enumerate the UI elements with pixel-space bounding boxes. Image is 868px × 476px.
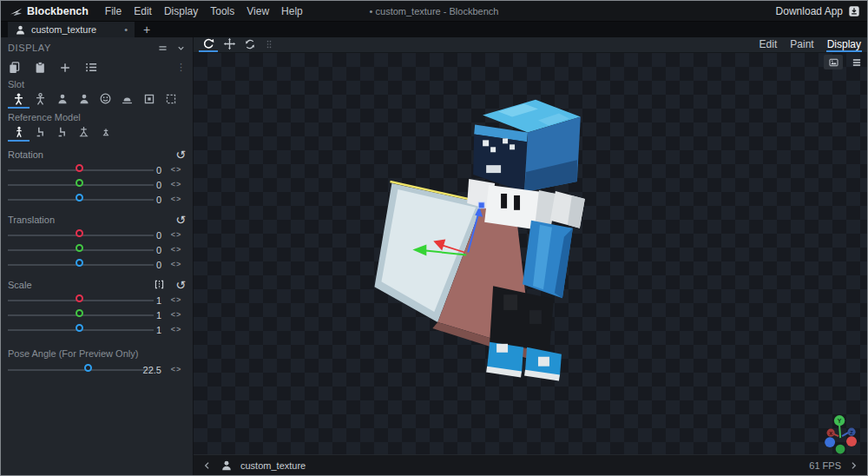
toolbar-grip-icon[interactable]	[261, 37, 277, 52]
numeric-toggle-icon[interactable]: <>	[168, 325, 185, 334]
status-bar: custom_texture 61 FPS	[194, 454, 867, 475]
tab-paint-mode[interactable]: Paint	[789, 37, 814, 52]
fps-counter: 61 FPS	[809, 460, 841, 471]
numeric-toggle-icon[interactable]: <>	[168, 195, 185, 203]
chevron-left-icon[interactable]	[202, 460, 213, 471]
scale-z-slider[interactable]: 1 <>	[8, 322, 186, 337]
tab-display-mode[interactable]: Display	[826, 37, 862, 52]
rotation-z-slider[interactable]: 0 <>	[8, 192, 186, 207]
scale-z-value: 1	[130, 325, 161, 335]
unsaved-indicator: •	[124, 24, 128, 35]
mode-tabs: Edit Paint Display	[759, 37, 862, 52]
reference-seated-model[interactable]	[30, 123, 51, 142]
translation-z-slider[interactable]: 0 <>	[8, 257, 186, 272]
numeric-toggle-icon[interactable]: <>	[168, 260, 185, 268]
move-tool-button[interactable]	[220, 37, 239, 52]
rotate-tool-button[interactable]	[199, 37, 218, 52]
panel-menu-dots-icon[interactable]: ⋮	[176, 62, 186, 73]
screenshot-image-button[interactable]	[824, 55, 843, 69]
add-icon[interactable]	[59, 62, 71, 74]
numeric-toggle-icon[interactable]: <>	[168, 365, 185, 374]
reference-player[interactable]	[8, 123, 30, 142]
menu-edit[interactable]: Edit	[128, 5, 158, 17]
numeric-toggle-icon[interactable]: <>	[168, 295, 185, 304]
scale-label: Scale	[8, 280, 32, 290]
translation-y-slider[interactable]: 0 <>	[8, 242, 186, 257]
reference-model-row	[8, 123, 186, 142]
numeric-toggle-icon[interactable]: <>	[168, 310, 185, 319]
slot-first-person-left[interactable]	[73, 90, 95, 109]
tab-custom-texture[interactable]: custom_texture •	[8, 22, 135, 37]
scale-group-header: Scale ↺	[8, 276, 186, 293]
tab-bar: custom_texture • +	[1, 22, 867, 37]
player-bust-icon	[220, 459, 233, 472]
panel-title: DISPLAY	[8, 43, 51, 53]
scale-x-slider[interactable]: 1 <>	[8, 293, 186, 307]
chevron-right-icon[interactable]	[848, 460, 858, 471]
rotation-x-slider[interactable]: 0 <>	[8, 162, 186, 177]
slot-first-person-right[interactable]	[51, 90, 73, 109]
viewport-menu-icon[interactable]	[851, 57, 863, 68]
view-axis-gizmo[interactable]: Y X Z	[825, 415, 857, 453]
reset-translation-icon[interactable]: ↺	[175, 215, 186, 225]
slot-gui[interactable]	[160, 90, 181, 109]
menu-tools[interactable]: Tools	[204, 5, 240, 17]
pose-angle-label: Pose Angle (For Preview Only)	[8, 348, 186, 362]
list-icon[interactable]	[84, 61, 98, 74]
rotation-label: Rotation	[8, 149, 43, 160]
mirror-scale-icon[interactable]	[154, 279, 165, 290]
panel-header: DISPLAY	[8, 39, 186, 56]
chevron-down-icon[interactable]	[176, 43, 186, 53]
rotation-z-value: 0	[130, 195, 161, 205]
numeric-toggle-icon[interactable]: <>	[168, 245, 185, 254]
translation-y-value: 0	[130, 245, 161, 255]
pose-angle-slider[interactable]: 22.5 <>	[8, 362, 186, 377]
panel-snap-icon[interactable]	[157, 43, 168, 54]
rotation-group-header: Rotation ↺	[8, 146, 186, 162]
scale-y-value: 1	[130, 310, 161, 321]
rotation-y-slider[interactable]: 0 <>	[8, 177, 186, 192]
paste-icon[interactable]	[34, 61, 46, 74]
slot-ground[interactable]	[116, 90, 138, 109]
reference-armor-stand[interactable]	[73, 123, 95, 142]
tab-edit-mode[interactable]: Edit	[759, 37, 779, 52]
rotation-x-value: 0	[130, 165, 161, 175]
display-panel: DISPLAY	[1, 37, 194, 475]
3d-scene: Y X Z	[194, 53, 867, 454]
reset-scale-icon[interactable]: ↺	[175, 280, 186, 290]
download-app-button[interactable]: Download App	[776, 5, 860, 17]
slot-third-person-left[interactable]	[30, 90, 51, 109]
reference-seated-model-alt[interactable]	[51, 123, 73, 142]
translation-x-slider[interactable]: 0 <>	[8, 228, 186, 242]
scale-y-slider[interactable]: 1 <>	[8, 307, 186, 322]
status-model-name: custom_texture	[240, 460, 306, 471]
translation-label: Translation	[8, 215, 55, 225]
download-app-label: Download App	[776, 5, 843, 17]
resize-tool-button[interactable]	[240, 37, 260, 52]
reference-small-armor-stand[interactable]	[95, 123, 116, 142]
copy-icon[interactable]	[8, 61, 21, 74]
slot-section-label: Slot	[8, 78, 186, 90]
viewport-toolbar: Edit Paint Display	[194, 37, 867, 53]
numeric-toggle-icon[interactable]: <>	[168, 230, 185, 239]
numeric-toggle-icon[interactable]: <>	[168, 165, 185, 174]
menu-display[interactable]: Display	[158, 5, 204, 17]
menu-view[interactable]: View	[240, 5, 275, 17]
download-icon	[848, 5, 860, 17]
svg-text:Z: Z	[850, 430, 853, 435]
reset-rotation-icon[interactable]: ↺	[175, 149, 186, 160]
menu-file[interactable]: File	[99, 5, 128, 17]
numeric-toggle-icon[interactable]: <>	[168, 180, 185, 188]
slot-third-person-right[interactable]	[8, 90, 30, 109]
menu-bar: Blockbench File Edit Display Tools View …	[1, 1, 867, 22]
app-name: Blockbench	[27, 5, 89, 17]
tab-label: custom_texture	[31, 24, 96, 35]
slot-head[interactable]	[95, 90, 116, 109]
panel-toolbar: ⋮	[8, 56, 186, 78]
slot-frame[interactable]	[138, 90, 160, 109]
new-tab-button[interactable]: +	[135, 22, 159, 37]
menu-help[interactable]: Help	[275, 5, 309, 17]
3d-viewport[interactable]: Y X Z	[194, 53, 867, 454]
translation-x-value: 0	[130, 230, 161, 241]
player-bust-icon	[15, 24, 26, 36]
